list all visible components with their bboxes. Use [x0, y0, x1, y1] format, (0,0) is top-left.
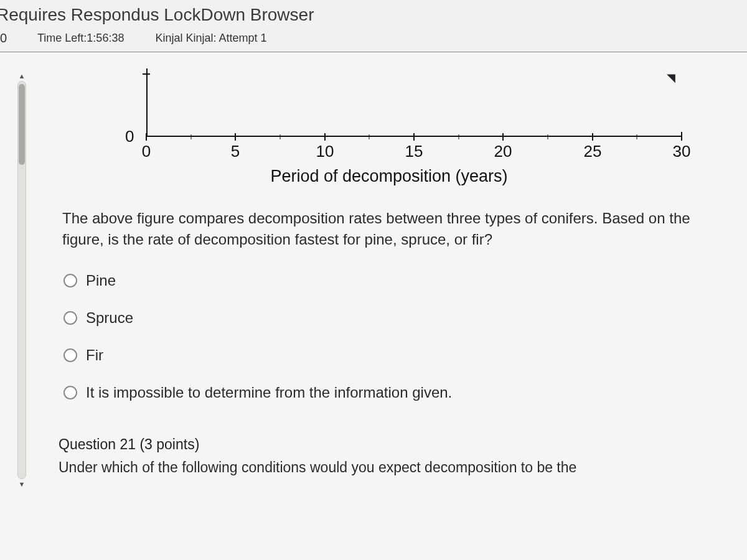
- x-tick-20: 20: [494, 142, 512, 161]
- x-tick-mark-0: [146, 133, 147, 141]
- x-tick-15: 15: [405, 142, 423, 161]
- time-left: Time Left:1:56:38: [37, 32, 124, 45]
- scroll-up-icon[interactable]: ▲: [19, 72, 26, 80]
- option-spruce[interactable]: Spruce: [63, 309, 722, 327]
- x-tick-25: 25: [584, 142, 602, 161]
- y-tick-0: 0: [125, 127, 134, 146]
- option-label: Pine: [86, 272, 116, 289]
- vertical-scrollbar[interactable]: ▲ ▼: [0, 52, 44, 553]
- x-tick-mark-30: [681, 133, 682, 141]
- x-tick-mark-25: [592, 133, 593, 141]
- x-tick-mark-5: [235, 133, 236, 141]
- option-label: Spruce: [86, 309, 133, 327]
- x-tick-minor: [280, 134, 281, 139]
- radio-icon[interactable]: [63, 386, 77, 399]
- radio-icon[interactable]: [63, 274, 77, 287]
- header-subrow: 0 Time Left:1:56:38 Kinjal Kinjal: Attem…: [0, 29, 747, 52]
- question-prompt: The above figure compares decomposition …: [62, 208, 716, 250]
- user-attempt: Kinjal Kinjal: Attempt 1: [155, 32, 266, 45]
- next-question-text: Under which of the following conditions …: [59, 459, 722, 476]
- option-label: Fir: [86, 347, 103, 364]
- x-tick-minor: [369, 134, 370, 139]
- bottom-fade: [44, 534, 747, 553]
- x-tick-mark-15: [413, 133, 415, 141]
- next-question-number: Question 21: [59, 436, 136, 452]
- y-tick-mark: [143, 73, 150, 75]
- next-question-header: Question 21 (3 points): [59, 436, 722, 453]
- scroll-down-icon[interactable]: ▼: [19, 480, 26, 488]
- time-left-value: 1:56:38: [87, 32, 124, 44]
- option-fir[interactable]: Fir: [63, 347, 722, 364]
- x-tick-minor: [191, 134, 192, 139]
- question-panel: ◥ 0 0 5 10 15 20 25: [44, 52, 747, 553]
- quiz-header: Requires Respondus LockDown Browser 0 Ti…: [0, 0, 747, 52]
- x-tick-10: 10: [316, 142, 334, 161]
- x-tick-mark-10: [324, 133, 326, 141]
- option-impossible[interactable]: It is impossible to determine from the i…: [63, 384, 722, 401]
- x-axis-label: Period of decomposition (years): [84, 167, 694, 186]
- time-left-label: Time Left:: [37, 32, 87, 44]
- option-pine[interactable]: Pine: [63, 272, 722, 289]
- scrollbar-thumb[interactable]: [19, 84, 25, 165]
- x-tick-minor: [548, 134, 548, 139]
- decomposition-chart: ◥ 0 0 5 10 15 20 25: [84, 68, 694, 193]
- scrollbar-track[interactable]: [17, 81, 26, 479]
- next-question-points: (3 points): [139, 436, 199, 452]
- chart-axis-frame: [146, 68, 682, 137]
- header-left-number: 0: [0, 31, 12, 45]
- x-tick-mark-20: [502, 133, 504, 141]
- x-tick-minor: [637, 134, 637, 139]
- radio-icon[interactable]: [63, 348, 77, 362]
- x-tick-minor: [459, 134, 459, 139]
- x-tick-0: 0: [142, 142, 151, 161]
- x-tick-30: 30: [673, 142, 691, 161]
- x-tick-5: 5: [231, 142, 240, 161]
- radio-icon[interactable]: [63, 311, 77, 325]
- answer-options: Pine Spruce Fir It is impossible to dete…: [63, 272, 722, 401]
- page-title: Requires Respondus LockDown Browser: [0, 0, 747, 29]
- next-question-block: Question 21 (3 points) Under which of th…: [56, 436, 722, 476]
- option-label: It is impossible to determine from the i…: [86, 384, 452, 401]
